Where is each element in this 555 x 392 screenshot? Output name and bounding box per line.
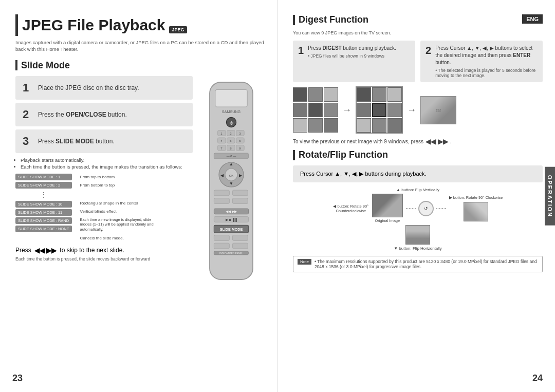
slide-label-rand: Each time a new image is displayed, slid… — [80, 216, 157, 233]
svg-text:▶  ■  ▐▐: ▶ ■ ▐▐ — [226, 218, 237, 222]
step-3-box: 3 Press SLIDE MODE button. — [15, 129, 193, 153]
svg-rect-43 — [232, 235, 248, 240]
skip-suffix: to skip to the next slide. — [60, 247, 124, 254]
bullet-1: Playback starts automatically. — [21, 157, 193, 163]
rotate-section-bar — [293, 150, 295, 160]
bottom-area: ▼ button: Flip Horizontally — [394, 225, 442, 251]
section-title: Slide Mode — [21, 60, 70, 71]
grid-cell — [324, 118, 338, 133]
flipped-img — [405, 225, 430, 245]
svg-text:◀◀  ▶▶: ◀◀ ▶▶ — [226, 210, 237, 213]
grid-cell — [387, 103, 402, 117]
digest-title: Digest Function — [299, 14, 368, 25]
digest-step-1-num: 1 — [298, 45, 304, 57]
slide-badge-2: SLIDE SHOW MODE : 2 — [15, 182, 72, 189]
digest-steps: 1 Press DIGEST button during playback. •… — [293, 41, 543, 82]
slide-badge-none: SLIDE SHOW MODE : NONE — [15, 226, 72, 232]
page-number-left: 23 — [12, 373, 23, 384]
rotate-ccw-label: ◀ button: Rotate 90° Counterclockwise — [333, 204, 369, 213]
rotate-cw-text: ▶ button: Rotate 90° Clockwise — [449, 195, 503, 200]
dashed-left — [406, 208, 416, 209]
slide-mode-header: Slide Mode — [15, 60, 265, 71]
step-1-box: 1 Place the JPEG disc on the disc tray. — [15, 76, 193, 100]
svg-rect-34 — [214, 198, 229, 203]
to-view-icon: ◀◀ ▶▶ — [425, 138, 448, 145]
grid-cell — [308, 87, 323, 102]
grid-cell — [293, 103, 307, 117]
digest-images-area: → → cat — [293, 86, 543, 134]
svg-rect-32 — [214, 190, 229, 196]
rotate-middle-row: ◀ button: Rotate 90° Counterclockwise Or… — [333, 194, 503, 223]
digest-step-2-num: 2 — [425, 45, 431, 57]
page-subtitle: Images captured with a digital camera or… — [15, 39, 265, 53]
to-view-text: To view the previous or next image with … — [293, 139, 423, 144]
svg-text:◀: ◀ — [220, 172, 224, 177]
to-view-period: . — [450, 139, 452, 144]
slide-badge-11: SLIDE SHOW MODE : 11 — [15, 209, 72, 216]
skip-sub-note: Each time the button is pressed, the sli… — [15, 256, 193, 262]
svg-text:⏻: ⏻ — [230, 120, 233, 125]
image-grid-2 — [356, 86, 403, 134]
remote-svg: SAMSUNG ⏻ 1 2 3 4 5 6 7 8 — [200, 76, 262, 286]
slide-modes-table: SLIDE SHOW MODE : 1 SLIDE SHOW MODE : 2 … — [15, 174, 193, 241]
rotate-right-col: ▶ button: Rotate 90° Clockwise — [449, 195, 503, 221]
digest-section-bar — [293, 15, 295, 25]
svg-text:▲: ▲ — [229, 161, 233, 166]
note-label: Note — [298, 259, 311, 265]
press-label: Press — [15, 247, 31, 254]
steps-wrapper: 1 Place the JPEG disc on the disc tray. … — [15, 76, 265, 286]
digest-step-1: 1 Press DIGEST button during playback. •… — [293, 41, 415, 82]
rotate-circle-text: ↺ — [424, 206, 428, 211]
flip-vertical-label: ▲ button: Flip Vertically — [396, 188, 439, 192]
rotate-circle: ↺ — [418, 201, 434, 216]
grid-cell — [387, 118, 402, 133]
slide-label-10: Rectangular shape in the center — [80, 200, 157, 207]
svg-rect-35 — [232, 198, 248, 203]
svg-text:▼: ▼ — [229, 181, 233, 186]
grid-cell — [308, 103, 323, 117]
left-page: JPEG File Playback JPEG Images captured … — [0, 0, 278, 392]
grid-cell — [357, 87, 371, 102]
right-page: ENG Digest Function You can view 9 JPEG … — [278, 0, 555, 392]
rotated-img-1 — [464, 202, 488, 221]
arrow-right-icon: → — [342, 105, 351, 116]
rotate-ccw-text: ◀ button: Rotate 90° Counterclockwise — [333, 204, 369, 213]
svg-text:OK: OK — [229, 174, 234, 177]
step-2-number: 2 — [23, 108, 32, 121]
slide-label-1: From top to bottom — [80, 174, 157, 180]
bullet-list: Playback starts automatically. Each time… — [15, 157, 193, 170]
bullet-2: Each time the button is pressed, the ima… — [21, 164, 193, 170]
digest-step-2: 2 Press Cursor ▲, ▼, ◀, ▶ buttons to sel… — [420, 41, 543, 82]
grid-cell — [324, 87, 338, 102]
rotate-section-header: Rotate/Flip Function — [293, 150, 543, 160]
page-number-right: 24 — [532, 373, 543, 384]
dashed-circle-area: ↺ — [406, 201, 446, 216]
flip-horizontal-label: ▼ button: Flip Horizontally — [394, 246, 442, 251]
original-image-item: Original Image — [372, 194, 403, 223]
step-1-text: Place the JPEG disc on the disc tray. — [38, 84, 139, 91]
step-2-text: Press the OPEN/CLOSE button. — [38, 111, 127, 118]
original-label: Original Image — [375, 218, 400, 223]
rotate-desc-text: Press Cursor ▲, ▼, ◀, ▶ buttons during p… — [300, 171, 427, 177]
digest-step-1-note: • JPEG files will be shown in 9 windows — [308, 53, 396, 59]
slide-label-11: Vertical blinds effect — [80, 208, 157, 215]
to-view-line: To view the previous or next image with … — [293, 138, 543, 145]
grid-cell — [372, 87, 386, 102]
digest-section-header: Digest Function — [293, 14, 517, 25]
rotate-title: Rotate/Flip Function — [299, 150, 388, 160]
grid-cell — [293, 118, 307, 133]
svg-rect-42 — [214, 235, 229, 240]
step-2-box: 2 Press the OPEN/CLOSE button. — [15, 103, 193, 126]
eng-badge: ENG — [522, 14, 543, 24]
dashed-right — [436, 208, 446, 209]
svg-rect-33 — [232, 190, 248, 196]
grid-cell — [357, 118, 371, 133]
svg-text:— 0 —: — 0 — — [227, 155, 236, 158]
arrow-right-2-icon: → — [407, 105, 416, 116]
digest-step-2-text: Press Cursor ▲, ▼, ◀, ▶ buttons to selec… — [435, 45, 538, 66]
svg-rect-45 — [232, 243, 248, 249]
slide-label-2: From bottom to top — [80, 182, 157, 189]
steps-left-col: 1 Place the JPEG disc on the disc tray. … — [15, 76, 193, 286]
remote-area: SAMSUNG ⏻ 1 2 3 4 5 6 7 8 — [198, 76, 265, 286]
svg-text:▶: ▶ — [239, 172, 243, 177]
